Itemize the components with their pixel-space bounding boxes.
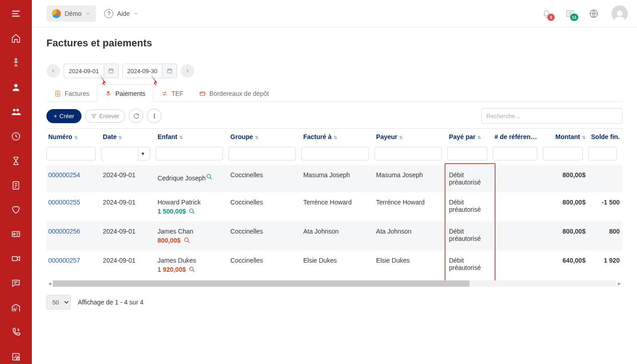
cell-solde: 1 920	[588, 250, 622, 279]
cell-numero[interactable]: 000000254	[46, 165, 101, 192]
group-icon[interactable]	[7, 105, 25, 119]
tab-tef[interactable]: TEF	[153, 84, 191, 102]
horizontal-scrollbar[interactable]: ◀ ▶	[46, 280, 622, 287]
col-groupe[interactable]: Groupe⇅	[228, 129, 301, 144]
person-icon[interactable]	[7, 80, 25, 95]
cell-date: 2024-09-01	[101, 165, 156, 192]
app-logo-icon	[52, 9, 61, 18]
chat-icon[interactable]	[7, 276, 25, 290]
child-balance[interactable]: 800,00$	[157, 237, 191, 244]
col-payeur[interactable]: Payeur⇅	[374, 129, 447, 144]
globe-icon[interactable]	[588, 8, 600, 20]
col-facture-a[interactable]: Facturé à⇅	[301, 129, 374, 144]
invoice-icon[interactable]	[7, 178, 25, 193]
svg-rect-18	[200, 92, 205, 95]
filter-numero[interactable]	[46, 147, 96, 160]
cell-ref	[493, 192, 543, 221]
cell-ref	[493, 165, 543, 192]
news-badge: 11	[570, 14, 578, 21]
cell-montant: 800,00$	[543, 221, 588, 250]
building-icon[interactable]	[7, 300, 25, 315]
heart-icon[interactable]	[7, 203, 25, 217]
filter-payeur[interactable]	[374, 147, 442, 160]
filter-groupe[interactable]	[228, 147, 296, 160]
page-size-select[interactable]: 50	[46, 295, 71, 309]
col-ref[interactable]: # de référence⇅	[493, 129, 543, 144]
cell-enfant: Cedrique Joseph	[156, 165, 228, 192]
env-selector[interactable]: Démo	[46, 5, 96, 22]
prev-period-button[interactable]	[46, 64, 60, 78]
page-title: Factures et paiements	[46, 37, 622, 49]
video-icon[interactable]	[7, 251, 25, 266]
svg-point-22	[207, 175, 211, 178]
filter-date[interactable]: ▾	[101, 147, 150, 160]
news-icon[interactable]: 11	[564, 8, 576, 20]
child-balance[interactable]: 1 920,00$	[157, 266, 196, 273]
tab-factures[interactable]: Factures	[46, 84, 97, 102]
col-montant[interactable]: Montant⇅	[543, 129, 588, 144]
cell-payeur: Ata Johnson	[374, 221, 447, 250]
col-solde[interactable]: Solde fin.⇅	[588, 129, 622, 144]
refresh-button[interactable]	[129, 109, 143, 123]
cell-paye-par: Débit préautorisé	[447, 250, 493, 279]
cell-enfant: James Chan800,00$	[156, 221, 228, 250]
card-icon[interactable]	[7, 227, 25, 241]
create-label: Créer	[60, 113, 75, 120]
filter-enfant[interactable]	[156, 147, 223, 160]
date-end-picker-icon[interactable]	[162, 64, 177, 78]
report-icon[interactable]	[7, 349, 25, 364]
date-start-input[interactable]: 2024-09-01	[64, 64, 104, 78]
filter-paye-par[interactable]	[447, 147, 487, 160]
col-numero[interactable]: Numéro⇅	[46, 129, 101, 144]
tab-paiements[interactable]: Paiements	[97, 84, 153, 102]
cell-paye-par: Débit préautorisé	[447, 221, 493, 250]
col-enfant[interactable]: Enfant⇅	[156, 129, 228, 144]
tab-bordereaux[interactable]: Bordereaux de dépôt	[191, 84, 277, 102]
date-end-input[interactable]: 2024-09-30	[122, 64, 163, 78]
date-start-picker-icon[interactable]	[104, 64, 119, 78]
home-icon[interactable]	[7, 31, 25, 45]
notifications-icon[interactable]: 3	[541, 8, 552, 20]
cell-date: 2024-09-01	[101, 192, 156, 221]
filter-solde[interactable]	[588, 147, 617, 160]
cell-payeur: Masuma Joseph	[374, 165, 447, 192]
help-menu[interactable]: ? Aide	[104, 9, 139, 18]
col-date[interactable]: Date⇅	[101, 129, 156, 144]
paging-info: Affichage de 1 - 4 sur 4	[78, 299, 144, 306]
cell-enfant: James Dukes1 920,00$	[156, 250, 228, 279]
child-balance[interactable]	[206, 173, 213, 180]
cell-numero[interactable]: 000000256	[46, 221, 101, 250]
cell-numero[interactable]: 000000257	[46, 250, 101, 279]
filter-montant[interactable]	[543, 147, 583, 160]
remove-button[interactable]: Enlever	[85, 110, 125, 123]
clock-icon[interactable]	[7, 129, 25, 144]
chevron-down-icon	[133, 11, 139, 16]
filter-facture-a[interactable]	[301, 147, 369, 160]
cell-date: 2024-09-01	[101, 250, 156, 279]
help-icon: ?	[104, 9, 113, 18]
svg-point-23	[190, 209, 193, 213]
child-balance[interactable]: 1 500,00$	[157, 208, 196, 215]
user-avatar[interactable]	[612, 5, 628, 22]
child-icon[interactable]	[7, 55, 25, 70]
filter-ref[interactable]	[493, 147, 537, 160]
cell-montant: 800,00$	[543, 165, 588, 192]
col-paye-par[interactable]: Payé par⇅	[447, 129, 493, 144]
payments-table: Numéro⇅ Date⇅ Enfant⇅ Groupe⇅ Facturé à⇅…	[46, 129, 622, 279]
chevron-down-icon	[85, 11, 91, 16]
svg-point-0	[15, 59, 17, 60]
menu-toggle-icon[interactable]	[7, 6, 25, 21]
remove-label: Enlever	[99, 113, 119, 120]
phone-icon[interactable]	[7, 325, 25, 339]
next-period-button[interactable]	[181, 64, 194, 78]
svg-point-2	[13, 109, 15, 111]
svg-point-3	[16, 109, 19, 111]
cell-solde: 800	[588, 221, 622, 250]
cell-groupe: Coccinelles	[228, 221, 301, 250]
more-button[interactable]	[147, 109, 162, 123]
hourglass-icon[interactable]	[7, 154, 25, 168]
create-button[interactable]: + Créer	[46, 109, 81, 123]
search-input[interactable]	[481, 108, 622, 124]
cell-numero[interactable]: 000000255	[46, 192, 101, 221]
plus-icon: +	[54, 113, 57, 120]
